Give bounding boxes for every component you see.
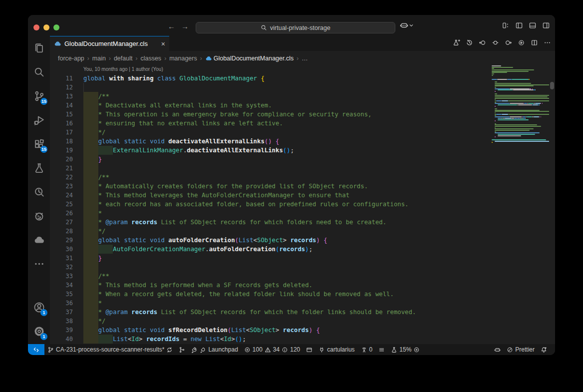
code-line-33[interactable]: 33 /**	[50, 272, 555, 281]
line-number: 14	[50, 101, 73, 110]
editor-action-circle[interactable]	[492, 39, 499, 48]
activity-item-settings[interactable]: 1	[28, 320, 50, 342]
customize-layout-icon	[502, 21, 510, 29]
scrollbar-thumb[interactable]	[550, 82, 554, 89]
minimap[interactable]	[492, 65, 549, 344]
breadcrumb-item-force-app[interactable]: force-app	[58, 55, 84, 62]
editor-action-arrow-circle-left[interactable]	[479, 39, 486, 48]
activity-item-explorer[interactable]	[28, 37, 50, 59]
nav-back-button[interactable]: ←	[168, 22, 175, 30]
code-line-37[interactable]: 37 * @param records List of SObject reco…	[50, 308, 555, 317]
status-launchpad[interactable]: Launchpad	[188, 344, 241, 355]
zoom-window-button[interactable]	[53, 24, 59, 30]
breadcrumb-item-classes[interactable]: classes	[140, 55, 161, 62]
code-line-11[interactable]: 11global with sharing class GlobalDocume…	[50, 74, 555, 83]
activity-item-apex-replay[interactable]	[28, 181, 50, 203]
code-line-17[interactable]: 17 */	[50, 128, 555, 137]
code-line-16[interactable]: 16 * ensuring that no external links are…	[50, 119, 555, 128]
code-line-12[interactable]: 12	[50, 83, 555, 92]
code-line-36[interactable]: 36 *	[50, 299, 555, 308]
code-line-39[interactable]: 39 global static void sfRecordDeletion(L…	[50, 326, 555, 335]
editor-action-run-circle[interactable]	[518, 39, 525, 48]
status-prettier[interactable]: Prettier	[504, 344, 538, 355]
code-line-26[interactable]: 26 *	[50, 209, 555, 218]
status-default-org[interactable]: cartularius	[315, 344, 357, 355]
activity-item-search[interactable]	[28, 61, 50, 83]
titlebar-toggle-panel-left[interactable]	[515, 21, 523, 31]
beaker-small-icon	[391, 347, 397, 353]
status-scm-graph[interactable]	[176, 344, 188, 355]
code-line-28[interactable]: 28 */	[50, 227, 555, 236]
scrollbar[interactable]	[549, 65, 555, 344]
status-list-menu[interactable]	[375, 344, 388, 355]
line-number: 38	[50, 317, 73, 326]
breadcrumb-separator: ›	[134, 55, 139, 62]
editor-action-history[interactable]	[466, 39, 473, 48]
breadcrumb-item-default[interactable]: default	[114, 55, 133, 62]
activity-item-run-debug[interactable]	[28, 109, 50, 131]
code-line-23[interactable]: 23 * Automatically creates folders for t…	[50, 182, 555, 191]
activity-item-source-control[interactable]: 15	[28, 85, 50, 107]
code-line-24[interactable]: 24 * This method leverages the AutoFolde…	[50, 191, 555, 200]
code-line-29[interactable]: 29 global static void autoFolderCreation…	[50, 236, 555, 245]
activity-item-accounts[interactable]: 1	[28, 296, 50, 318]
minimize-window-button[interactable]	[43, 24, 49, 30]
code-line-35[interactable]: 35 * When a record gets deleted, the rel…	[50, 290, 555, 299]
code-line-13[interactable]: 13 /**	[50, 92, 555, 101]
close-window-button[interactable]	[33, 24, 39, 30]
tab-globaldocumentmanager[interactable]: GlobalDocumentManager.cls ×	[50, 36, 169, 51]
activity-item-testing[interactable]	[28, 157, 50, 179]
status-apex-coverage[interactable]: 15%	[388, 344, 423, 355]
code-line-20[interactable]: 20 }	[50, 155, 555, 164]
editor-action-arrow-circle-right[interactable]	[505, 39, 512, 48]
breadcrumb-file[interactable]: GlobalDocumentManager.cls	[214, 55, 294, 62]
warning-icon	[265, 347, 271, 353]
editor-action-more-actions[interactable]	[544, 39, 551, 48]
titlebar-toggle-panel-bottom[interactable]	[529, 21, 537, 31]
code-line-27[interactable]: 27 * @param records List of SObject reco…	[50, 218, 555, 227]
code-line-18[interactable]: 18 global static void deactivateAllExter…	[50, 137, 555, 146]
status-git-branch[interactable]: CA-231-process-source-scanner-results*	[44, 344, 176, 355]
code-line-21[interactable]: 21	[50, 164, 555, 173]
command-center[interactable]: virtual-private-storage	[196, 22, 395, 33]
breadcrumb-symbol-tail[interactable]: …	[301, 55, 308, 62]
editor-action-split-editor[interactable]	[531, 39, 538, 48]
status-editor-layout[interactable]	[303, 344, 315, 355]
indent-highlight	[83, 299, 98, 308]
line-content: * ensuring that no external links are le…	[83, 119, 283, 128]
activity-item-extensions[interactable]: 15	[28, 133, 50, 155]
apex-class-icon	[54, 40, 61, 47]
status-copilot-status[interactable]	[491, 344, 504, 355]
nav-forward-button[interactable]: →	[181, 22, 189, 30]
activity-item-salesforce-cloud[interactable]	[28, 229, 50, 251]
code-line-19[interactable]: 19 ExternalLinkManager.deactivateAllExte…	[50, 146, 555, 155]
line-number: 36	[50, 299, 73, 308]
code-line-30[interactable]: 30 AutoFolderCreationManager.autoFolderC…	[50, 245, 555, 254]
breadcrumb-item-managers[interactable]: managers	[169, 55, 197, 62]
code-line-40[interactable]: 40 List<Id> recordIds = new List<Id>();	[50, 335, 555, 344]
code-line-31[interactable]: 31 }	[50, 254, 555, 263]
code-line-25[interactable]: 25 * each record has an associated folde…	[50, 200, 555, 209]
breadcrumb-item-main[interactable]: main	[92, 55, 106, 62]
code-line-22[interactable]: 22 /**	[50, 173, 555, 182]
line-number: 29	[50, 236, 73, 245]
code-line-14[interactable]: 14 * Deactivates all external links in t…	[50, 101, 555, 110]
tab-close-button[interactable]: ×	[161, 40, 165, 47]
remote-indicator[interactable]	[28, 344, 44, 355]
status-ports[interactable]: 0	[358, 344, 376, 355]
copilot-menu[interactable]	[400, 21, 414, 29]
status-problems[interactable]: 10034120	[241, 344, 303, 355]
code-line-15[interactable]: 15 * This operation is an emergency brak…	[50, 110, 555, 119]
line-number: 22	[50, 173, 73, 182]
editor-action-beaker-plus[interactable]	[453, 39, 460, 48]
status-notifications[interactable]	[538, 344, 550, 355]
editor[interactable]: You, 10 months ago | 1 author (You) 11gl…	[50, 65, 555, 344]
activity-item-agent[interactable]	[28, 205, 50, 227]
activity-item-more-views[interactable]	[28, 253, 50, 275]
code-line-38[interactable]: 38 */	[50, 317, 555, 326]
codelens-annotation[interactable]: You, 10 months ago | 1 author (You)	[50, 65, 555, 74]
titlebar-toggle-panel-right[interactable]	[542, 21, 550, 31]
titlebar-customize-layout[interactable]	[502, 21, 510, 31]
code-line-34[interactable]: 34 * This method is performed when a SF …	[50, 281, 555, 290]
code-line-32[interactable]: 32	[50, 263, 555, 272]
